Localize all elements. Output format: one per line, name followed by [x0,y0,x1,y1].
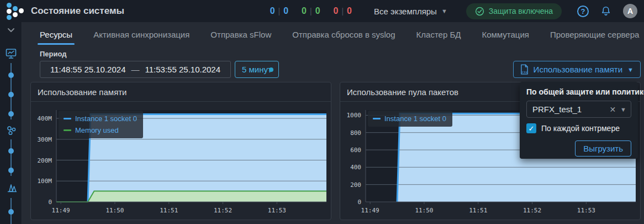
cluster-nodes-icon[interactable] [5,124,18,137]
svg-text:11:51: 11:51 [160,207,178,214]
sidebar [0,22,22,224]
notifications-bell-icon[interactable] [600,5,612,17]
period-label: Период [40,50,67,58]
svg-text:11:50: 11:50 [415,207,433,214]
chart-legend: Instance 1 socket 0 [368,111,452,127]
collapse-chevron-icon[interactable] [5,27,17,34]
legend-item[interactable]: Instance 1 socket 0 [373,113,446,124]
period-start: 11:48:55 25.10.2024 [50,65,126,74]
avatar-letter: A [627,7,633,15]
svg-text:11:49: 11:49 [361,207,379,214]
timeline-dot [8,92,14,97]
svg-text:csv: csv [521,70,527,74]
panel-title: По общей защите или политике [526,87,631,96]
csv-file-icon: csv [520,64,529,75]
live-indicator-dot [269,67,273,72]
svg-text:0: 0 [48,199,52,206]
svg-text:11:50: 11:50 [105,207,124,214]
instances-dropdown[interactable]: Все экземпляры ▼ [374,7,447,16]
chevron-down-icon: ▼ [620,106,626,113]
period-end: 11:53:55 25.10.2024 [145,65,221,74]
app-logo-icon [6,2,25,20]
svg-text:100M: 100M [38,178,52,185]
svg-text:800: 800 [350,129,361,137]
status-counters: 0|00|00|0 [270,6,352,16]
clear-selection-icon[interactable]: ✕ [609,105,616,114]
tab-3[interactable]: Отправка сбросов в syslog [292,22,395,46]
timeline-dot [8,72,14,78]
chevron-down-icon: ▼ [441,8,447,14]
policy-select-value: PRFX_test_1 [532,105,609,114]
protection-status-badge[interactable]: Защита включена [466,3,562,19]
per-countermeasure-label: По каждой контрмере [541,124,620,133]
svg-text:11:53: 11:53 [577,207,595,214]
svg-text:11:51: 11:51 [469,207,487,214]
tab-0[interactable]: Ресурсы [40,22,72,46]
cones-icon[interactable] [5,181,18,195]
tab-1[interactable]: Активная синхронизация [93,22,189,46]
main-content: РесурсыАктивная синхронизацияОтправка sF… [22,22,644,224]
timeline-dot [8,168,14,173]
svg-text:200: 200 [350,181,361,189]
export-button-label: Использование памяти [534,65,623,74]
counter-pair-2[interactable]: 0|0 [334,6,352,16]
legend-item[interactable]: Instance 1 socket 0 [64,113,137,124]
instances-dropdown-label: Все экземпляры [374,7,437,16]
check-circle-icon [475,7,484,16]
tab-4[interactable]: Кластер БД [416,22,461,46]
export-options-panel: По общей защите или политике PRFX_test_1… [520,82,638,159]
period-separator: — [131,65,140,74]
export-memory-usage-button[interactable]: csv Использование памяти ▼ [513,61,641,78]
help-icon[interactable]: ? [577,6,589,17]
svg-text:400M: 400M [38,115,52,122]
monitor-chart-icon[interactable] [5,48,17,60]
svg-text:0: 0 [357,199,361,206]
svg-text:400: 400 [350,164,361,171]
counter-pair-0[interactable]: 0|0 [270,6,288,16]
page-title: Состояние системы [31,6,124,17]
timeline-dot [8,148,14,154]
counter-pair-1[interactable]: 0|0 [302,6,320,16]
svg-text:11:52: 11:52 [523,207,541,214]
download-button[interactable]: Выгрузить [575,140,631,157]
legend-item[interactable]: Memory used [64,124,137,136]
protection-status-label: Защита включена [489,7,553,15]
topbar: Состояние системы 0|00|00|0 Все экземпля… [0,0,644,22]
svg-text:600: 600 [350,147,361,154]
tab-6[interactable]: Проверяющие сервера [550,22,639,46]
chart-title: Использование памяти [31,82,331,102]
svg-text:11:53: 11:53 [268,207,286,214]
tab-2[interactable]: Отправка sFlow [210,22,271,46]
user-avatar[interactable]: A [623,4,637,18]
tab-5[interactable]: Коммутация [482,22,529,46]
svg-text:1000: 1000 [347,112,362,119]
checkmark-icon: ✓ [529,124,535,133]
chevron-down-icon: ▼ [627,66,634,73]
chart-legend: Instance 1 socket 0Memory used [59,111,143,138]
policy-select[interactable]: PRFX_test_1 ✕ ▼ [526,101,631,118]
svg-text:11:49: 11:49 [52,207,70,214]
svg-text:11:52: 11:52 [214,207,232,214]
period-range-input[interactable]: 11:48:55 25.10.2024 — 11:53:55 25.10.202… [40,61,231,78]
memory-usage-chart: 0100M200M300M400M11:4911:5011:5111:5211:… [31,102,331,220]
tab-bar: РесурсыАктивная синхронизацияОтправка sF… [22,22,644,46]
svg-text:200M: 200M [38,157,52,164]
memory-usage-card: Использование памяти 0100M200M300M400M11… [30,82,331,220]
per-countermeasure-checkbox[interactable]: ✓ [526,123,536,133]
timeline-dot [8,111,14,117]
timeline-dot [8,209,14,215]
svg-text:300M: 300M [38,136,52,143]
